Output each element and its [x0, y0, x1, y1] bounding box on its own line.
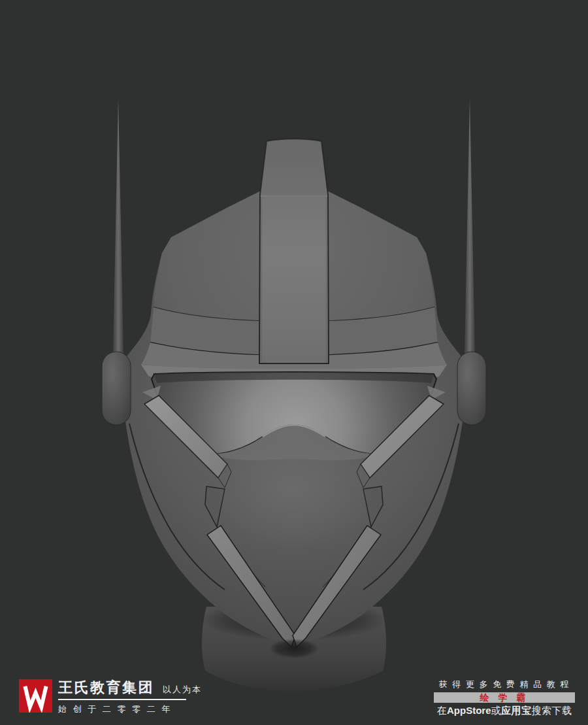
promo-watermark: 获 得 更 多 免 费 精 品 教 程 绘 学 霸 在AppStore或应用宝搜…: [434, 679, 575, 717]
promo-appstore: AppStore: [447, 705, 491, 716]
promo-line1: 获 得 更 多 免 费 精 品 教 程: [434, 679, 575, 690]
brand-slogan: 以人为本: [163, 684, 202, 696]
ear-pod-right: [457, 352, 486, 425]
promo-mid: 或: [491, 705, 502, 716]
crest-top-face: [260, 139, 328, 195]
wangshi-w-logo-icon: [19, 679, 52, 713]
huixueba-badge: 绘 学 霸: [434, 692, 575, 703]
promo-suffix: 搜索下载: [532, 705, 572, 716]
helmet-render: [0, 0, 588, 725]
promo-prefix: 在: [437, 705, 448, 716]
promo-line3: 在AppStore或应用宝搜索下载: [434, 705, 575, 717]
brand-divider: [58, 699, 186, 700]
promo-appbao: 应用宝: [501, 705, 532, 716]
viewport: 王氏教育集团 以人为本 始 创 于 二 零 零 二 年 获 得 更 多 免 费 …: [0, 0, 588, 725]
chin-point-shadow: [269, 639, 319, 658]
brand-name: 王氏教育集团: [58, 679, 154, 696]
brand-watermark: 王氏教育集团 以人为本 始 创 于 二 零 零 二 年: [19, 679, 202, 715]
brand-tagline: 始 创 于 二 零 零 二 年: [58, 703, 202, 715]
face-highlight: [212, 429, 376, 549]
ear-pod-left: [102, 352, 131, 425]
